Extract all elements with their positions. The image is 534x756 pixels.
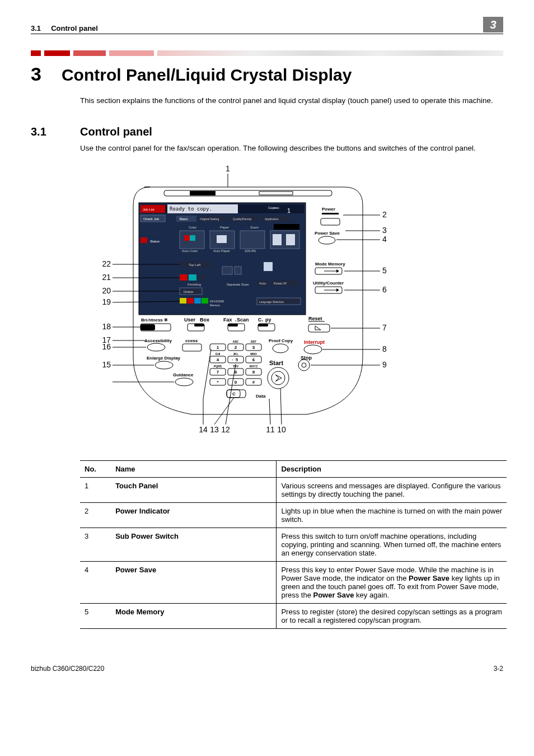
svg-rect-38 [235,267,241,274]
svg-text:Power Save: Power Save [315,231,340,236]
svg-rect-39 [264,262,273,271]
th-name: Name [111,461,277,478]
svg-text:Start: Start [269,360,283,366]
svg-text:2: 2 [382,210,387,219]
page-footer: bizhub C360/C280/C220 3-2 [31,665,503,673]
page-header: 3.1 Control panel 3 [31,17,503,34]
svg-rect-2 [190,191,216,195]
th-desc: Description [277,461,507,478]
table-row: 5Mode MemoryPress to register (store) th… [80,604,507,629]
svg-rect-28 [217,235,227,243]
svg-text:Color: Color [189,226,196,229]
chapter-heading-num: 3 [31,63,41,85]
svg-text:2: 2 [235,345,237,350]
svg-rect-17 [140,237,147,243]
svg-text:4: 4 [382,235,387,244]
svg-text:Top Left: Top Left [189,263,201,267]
svg-text:Paper: Paper [220,226,229,229]
svg-text:Proof Copy: Proof Copy [269,338,293,343]
svg-text:Auto: Auto [259,282,266,285]
callout-1: 1 [226,164,230,173]
svg-rect-54 [202,298,208,304]
svg-text:5: 5 [236,357,238,362]
svg-text:4: 4 [217,357,219,362]
svg-rect-24 [184,235,190,241]
lcd-copies-val: 1 [287,207,291,214]
svg-text:#: # [252,380,255,385]
chapter-badge: 3 [483,17,503,32]
svg-rect-53 [194,298,201,304]
table-row: 3Sub Power SwitchPress this switch to tu… [80,528,507,562]
svg-text:DEF: DEF [251,340,256,343]
svg-text:7: 7 [382,323,387,332]
svg-text:14: 14 [199,425,208,434]
section-text: Use the control panel for the fax/scan o… [80,143,503,154]
svg-text:Mode Memory: Mode Memory [315,262,345,267]
svg-text:C: C [258,317,262,323]
svg-rect-42 [198,274,205,281]
svg-text:Delete: Delete [184,290,194,293]
lcd-job-list: Job List [143,208,154,211]
svg-text:C: C [232,391,236,396]
svg-text:15: 15 [102,360,111,369]
svg-text:Reset: Reset [308,316,322,321]
svg-text:9: 9 [252,370,255,375]
svg-text:ccess: ccess [185,338,198,343]
svg-text:3: 3 [382,226,387,235]
svg-text:100.0%: 100.0% [245,249,256,253]
svg-rect-40 [180,274,188,281]
svg-text:19: 19 [102,297,111,306]
svg-rect-84 [140,324,155,330]
svg-text:11: 11 [266,425,275,434]
svg-rect-60 [322,213,339,214]
svg-text:21: 21 [102,273,111,282]
svg-text:8: 8 [382,344,387,353]
svg-text:10: 10 [277,425,286,434]
svg-rect-51 [180,298,186,304]
section-heading-text: Control panel [80,125,152,138]
svg-text:Auto Paper: Auto Paper [213,249,230,253]
svg-text:Zoom: Zoom [250,226,259,229]
svg-text:Fax: Fax [223,317,232,323]
svg-text:Original Setting: Original Setting [200,217,219,221]
svg-text:Accessibility: Accessibility [144,338,172,343]
svg-text:5: 5 [382,266,387,275]
svg-text:1: 1 [217,345,219,350]
lcd-check-job: Check Job [143,217,160,221]
svg-text:Status: Status [150,240,160,243]
svg-rect-33 [273,234,282,245]
svg-text:13: 13 [210,425,219,434]
svg-text:Language Selection: Language Selection [259,300,284,304]
header-section-title: Control panel [51,24,98,32]
svg-text:Box: Box [200,317,209,323]
svg-text:6: 6 [382,285,387,294]
table-row: 4Power SavePress this key to enter Power… [80,562,507,604]
table-row: 2Power IndicatorLights up in blue when t… [80,503,507,528]
svg-text:Data: Data [256,394,266,399]
svg-rect-22 [274,224,299,230]
svg-text:Bri: Bri [141,318,147,323]
section-heading: 3.1 Control panel [31,125,503,138]
svg-rect-41 [189,274,196,281]
svg-text:WXYZ: WXYZ [250,365,257,368]
svg-text:Auto Color: Auto Color [182,249,198,253]
svg-text:12: 12 [221,425,230,434]
footer-model: bizhub C360/C280/C220 [31,665,104,673]
footer-page: 3-2 [494,665,503,673]
svg-text:6: 6 [252,357,255,362]
svg-text:PQRS: PQRS [214,365,222,368]
svg-text:Power: Power [322,207,335,212]
svg-text:16: 16 [102,342,111,351]
svg-text:7: 7 [217,370,219,375]
chapter-heading-text: Control Panel/Liquid Crystal Display [62,66,352,85]
chapter-intro: This section explains the functions of t… [80,95,503,106]
svg-text:18: 18 [102,322,111,331]
svg-text:MNO: MNO [250,352,257,356]
svg-text:0: 0 [235,380,237,385]
section-heading-num: 3.1 [31,125,60,138]
svg-text:Finishing: Finishing [188,283,201,286]
chapter-heading: 3 Control Panel/Liquid Crystal Display [31,63,503,85]
svg-text:9: 9 [382,360,387,369]
lcd-copies-label: Copies: [268,206,280,209]
svg-text:3: 3 [252,345,255,350]
